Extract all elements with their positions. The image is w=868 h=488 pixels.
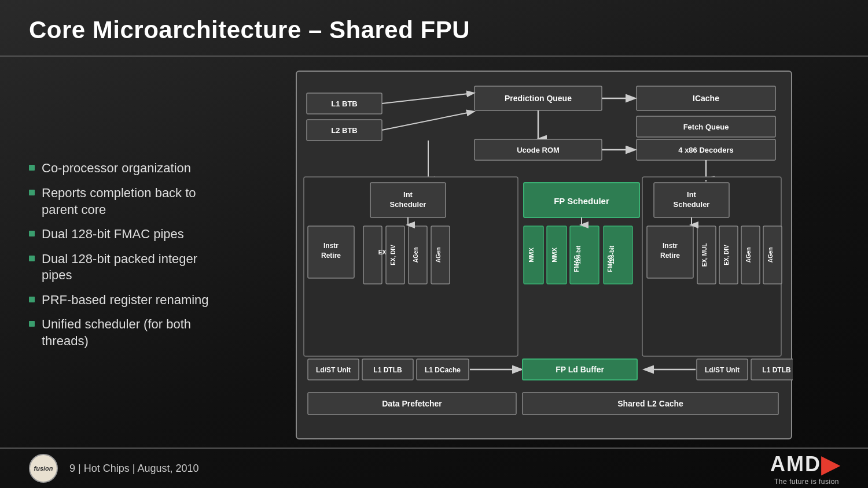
bullet-text: Reports completion back to parent core [42,185,226,218]
prediction-queue-label: Prediction Queue [505,94,572,103]
svg-text:AGen: AGen [745,247,752,263]
amd-subtitle: The future is fusion [774,478,839,486]
page-title: Core Microarchitecture – Shared FPU [29,16,839,44]
bullet-icon [29,165,35,171]
amd-logo: AMD ▶ The future is fusion [770,451,839,486]
slide-container: Core Microarchitecture – Shared FPU Co-p… [0,0,868,488]
svg-text:L1 DTLB: L1 DTLB [373,366,402,374]
svg-rect-42 [604,226,632,284]
svg-text:L1 DTLB: L1 DTLB [762,366,791,374]
architecture-diagram: L1 BTB L2 BTB Prediction Queue ICache Fe… [295,70,793,440]
svg-text:EX, DIV: EX, DIV [723,245,730,265]
svg-text:MMX: MMX [551,247,558,263]
event-name: Hot Chips [84,463,130,474]
page-number: 9 [69,463,75,474]
footer-bar: fusion 9 | Hot Chips | August, 2010 AMD … [0,448,868,488]
fp-scheduler-label: FP Scheduler [554,196,609,206]
list-item: Dual 128-bit FMAC pipes [29,226,226,243]
bullet-text: Dual 128-bit FMAC pipes [42,226,184,243]
bullet-text: PRF-based register renaming [42,292,209,309]
bullet-text: Unified scheduler (for both threads) [42,316,226,349]
svg-text:Scheduler: Scheduler [390,200,426,209]
content-area: Co-processor organization Reports comple… [0,57,868,448]
svg-text:AGen: AGen [435,247,442,263]
shared-l2-cache-label: Shared L2 Cache [617,399,683,408]
bullet-icon [29,231,35,236]
svg-text:AGen: AGen [767,247,774,263]
bullet-icon [29,297,35,302]
svg-text:Scheduler: Scheduler [674,200,710,209]
ucode-rom-label: Ucode ROM [517,146,560,154]
l2btb-label: L2 BTB [331,126,358,135]
svg-text:Retire: Retire [321,252,341,260]
svg-text:FMAC: FMAC [573,256,580,272]
list-item: PRF-based register renaming [29,292,226,309]
amd-arrow-icon: ▶ [821,451,839,478]
right-panel: L1 BTB L2 BTB Prediction Queue ICache Fe… [249,68,839,442]
svg-text:AGen: AGen [413,247,419,263]
list-item: Dual 128-bit packed integer pipes [29,251,226,284]
svg-text:EX, MUL: EX, MUL [701,243,708,267]
data-prefetcher-label: Data Prefetcher [382,399,442,408]
svg-text:Int: Int [403,190,413,199]
bullet-icon [29,321,35,327]
bullet-text: Co-processor organization [42,160,191,177]
list-item: Reports completion back to parent core [29,185,226,218]
svg-text:MMX: MMX [528,247,535,263]
bullet-icon [29,256,35,261]
fetch-queue-label: Fetch Queue [683,123,729,131]
bullet-text: Dual 128-bit packed integer pipes [42,251,226,284]
l1btb-label: L1 BTB [331,99,358,108]
fp-ld-buffer-label: FP Ld Buffer [556,365,604,374]
svg-text:Instr: Instr [323,242,339,250]
svg-text:FMAC: FMAC [607,256,613,272]
svg-text:Ld/ST Unit: Ld/ST Unit [316,366,351,374]
x86-decoders-label: 4 x86 Decoders [678,146,733,154]
svg-text:Instr: Instr [663,242,678,250]
svg-text:Ld/ST Unit: Ld/ST Unit [705,366,740,374]
svg-text:EX, DIV: EX, DIV [390,245,396,265]
list-item: Unified scheduler (for both threads) [29,316,226,349]
fusion-logo: fusion [29,454,58,483]
list-item: Co-processor organization [29,160,226,177]
svg-text:Retire: Retire [660,252,680,260]
icache-label: ICache [693,94,719,103]
svg-text:Int: Int [687,190,697,199]
left-panel: Co-processor organization Reports comple… [29,68,226,442]
svg-text:L1 DCache: L1 DCache [425,366,461,374]
svg-rect-39 [570,226,599,284]
title-bar: Core Microarchitecture – Shared FPU [0,0,868,57]
amd-text: AMD [770,452,821,476]
event-date: August, 2010 [137,463,198,474]
footer-text: 9 | Hot Chips | August, 2010 [69,463,199,475]
bullet-icon [29,190,35,195]
